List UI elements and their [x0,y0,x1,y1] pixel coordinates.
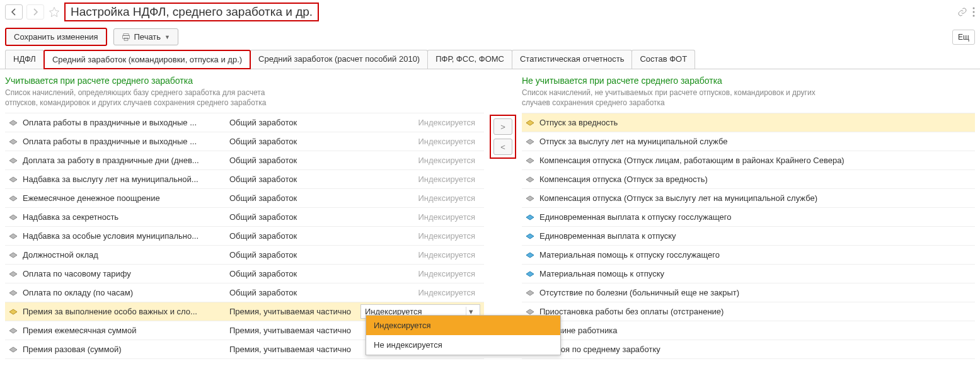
row-name: Оплата работы в праздничные и выходные .… [23,137,224,146]
kebab-menu-icon[interactable] [972,7,975,17]
index-dropdown: Индексируется Не индексируется [366,315,561,355]
link-icon[interactable] [957,7,967,17]
row-name: Надбавка за секретность [23,212,224,222]
row-icon [526,271,534,277]
table-row[interactable]: Единовременная выплата к отпуску [522,227,975,246]
row-type: Общий заработок [229,118,355,127]
row-name: Премия за выполнение особо важных и сло.… [23,307,224,316]
excluded-title: Не учитывается при расчете среднего зара… [522,76,975,86]
table-row[interactable]: простоя по среднему заработку [522,340,975,359]
save-button[interactable]: Сохранить изменения [5,28,107,46]
table-row[interactable]: Материальная помощь к отпуску [522,265,975,283]
more-button[interactable]: Ещ [952,30,975,45]
row-type: Общий заработок [229,193,355,203]
table-row[interactable]: Оплата работы в праздничные и выходные .… [5,132,484,151]
table-row[interactable]: Компенсация отпуска (Отпуск за выслугу л… [522,189,975,208]
table-row[interactable]: Ежемесячное денежное поощрениеОбщий зара… [5,189,484,208]
table-row[interactable]: Компенсация отпуска (Отпуск за вредность… [522,170,975,189]
table-row[interactable]: Надбавка за секретностьОбщий заработокИн… [5,208,484,227]
index-value: Индексируется [360,137,480,146]
favorite-icon[interactable] [48,6,61,18]
dropdown-option-indexed[interactable]: Индексируется [366,316,560,335]
table-row[interactable]: Оплата работы в праздничные и выходные .… [5,113,484,132]
tab-avg-2010[interactable]: Средний заработок (расчет пособий 2010) [250,50,428,69]
row-name: Оплата работы в праздничные и выходные .… [23,118,224,127]
row-icon [526,176,534,183]
row-type: Общий заработок [229,174,355,184]
row-icon [9,139,18,145]
row-icon [9,328,18,334]
index-value: Индексируется [360,288,480,297]
row-type: Премия, учитываемая частично [229,326,355,335]
table-row[interactable]: Надбавка за выслугу лет на муниципальной… [5,170,484,189]
row-type: Общий заработок [229,137,355,146]
row-icon [9,120,18,126]
row-name: й по вине работника [539,326,971,335]
row-name: Приостановка работы без оплаты (отстране… [539,307,971,316]
row-icon [9,290,18,296]
excluded-table[interactable]: Отпуск за вредностьОтпуск за выслугу лет… [522,113,975,363]
tab-stat[interactable]: Статистическая отчетность [512,50,633,69]
row-icon [526,157,534,164]
table-row[interactable]: Должностной окладОбщий заработокИндексир… [5,246,484,265]
table-row[interactable]: Материальная помощь к отпуску госслужаще… [522,246,975,265]
forward-button[interactable] [26,4,44,20]
svg-rect-4 [122,35,129,38]
row-name: Отпуск за выслугу лет на муниципальной с… [539,137,971,146]
tab-ndfl[interactable]: НДФЛ [5,50,44,69]
row-name: Единовременная выплата к отпуску [539,231,971,241]
table-row[interactable]: Надбавка за особые условия муниципально.… [5,227,484,246]
row-name: Должностной оклад [23,250,224,260]
table-row[interactable]: Отсутствие по болезни (больничный еще не… [522,283,975,302]
tab-pfr-fss[interactable]: ПФР, ФСС, ФОМС [427,50,512,69]
tab-fot[interactable]: Состав ФОТ [631,50,695,69]
row-icon [9,176,18,183]
table-row[interactable]: Приостановка работы без оплаты (отстране… [522,302,975,321]
row-icon [526,290,534,296]
table-row[interactable]: й по вине работника [522,321,975,340]
row-name: Отпуск за вредность [539,118,971,127]
index-value: Индексируется [360,118,480,127]
row-icon [9,346,18,353]
table-row[interactable]: Единовременная выплата к отпуску госслуж… [522,208,975,227]
index-value: Индексируется [360,212,480,222]
row-name: Оплата по окладу (по часам) [23,288,224,297]
svg-point-0 [973,8,975,9]
row-type: Премия, учитываемая частично [229,345,355,354]
index-value: Индексируется [360,174,480,184]
move-left-button[interactable]: < [493,139,512,155]
row-type: Общий заработок [229,212,355,222]
table-row[interactable]: Оплата по часовому тарифуОбщий заработок… [5,265,484,283]
svg-point-1 [973,11,975,13]
row-icon [526,120,534,126]
row-icon [526,214,534,220]
row-name: Компенсация отпуска (Отпуск за вредность… [539,174,971,184]
row-icon [9,271,18,277]
row-name: Ежемесячное денежное поощрение [23,193,224,203]
table-row[interactable]: Оплата по окладу (по часам)Общий заработ… [5,283,484,302]
table-row[interactable]: Доплата за работу в праздничные дни (дне… [5,151,484,170]
row-type: Общий заработок [229,250,355,260]
move-right-button[interactable]: > [493,118,512,135]
row-icon [9,157,18,164]
row-icon [9,195,18,202]
index-value: Индексируется [360,250,480,260]
row-type: Общий заработок [229,288,355,297]
excluded-panel: Не учитывается при расчете среднего зара… [522,76,975,363]
row-name: Материальная помощь к отпуску госслужаще… [539,250,971,260]
row-name: Компенсация отпуска (Отпуск за выслугу л… [539,193,971,203]
index-value: Индексируется [360,156,480,165]
row-icon [526,233,534,239]
dropdown-option-not-indexed[interactable]: Не индексируется [366,335,560,355]
table-row[interactable]: Отпуск за выслугу лет на муниципальной с… [522,132,975,151]
tab-avg-earnings[interactable]: Средний заработок (командировки, отпуска… [43,50,251,69]
row-type: Общий заработок [229,156,355,165]
row-type: Общий заработок [229,269,355,278]
back-button[interactable] [5,4,23,20]
row-icon [526,309,534,315]
print-button[interactable]: Печать ▼ [113,28,179,45]
table-row[interactable]: Компенсация отпуска (Отпуск лицам, работ… [522,151,975,170]
index-value: Индексируется [360,269,480,278]
table-row[interactable]: Отпуск за вредность [522,113,975,132]
row-icon [526,195,534,202]
